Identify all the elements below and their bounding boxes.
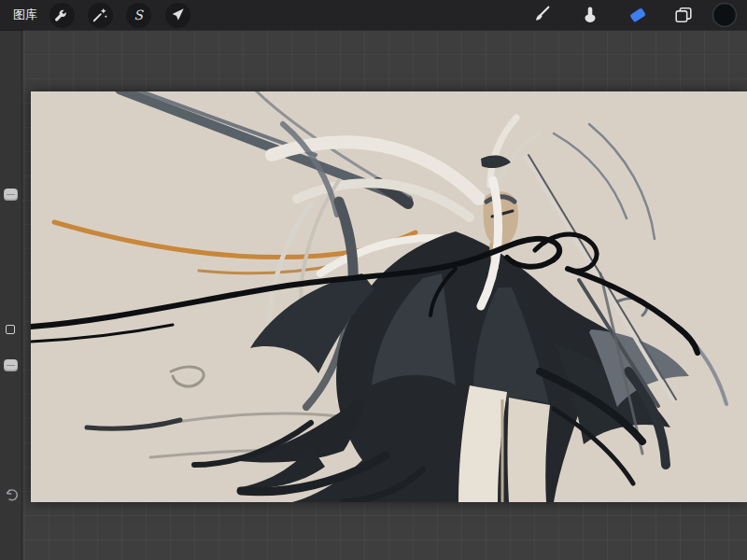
sidebar [0,30,22,560]
undo-button[interactable] [2,485,21,504]
svg-text:S: S [134,7,144,22]
brush-size-slider[interactable] [4,189,18,201]
eraser-icon [627,4,649,26]
wrench-icon [52,6,71,24]
drawing-canvas[interactable] [31,91,747,502]
gallery-button[interactable]: 图库 [13,0,37,30]
selection-button[interactable]: S [123,0,153,30]
adjustments-button[interactable] [85,0,115,30]
procreate-app: 图库 S [0,0,747,560]
smudge-button[interactable] [575,0,605,30]
layers-button[interactable] [669,0,698,30]
selection-s-icon: S [129,6,148,24]
transform-arrow-icon [168,6,187,24]
artwork-ink-painting [31,91,747,502]
current-color-swatch [712,2,738,28]
paint-button[interactable] [527,0,557,30]
topbar: 图库 S [0,0,747,30]
paint-brush-icon [531,5,552,25]
actions-button[interactable] [47,0,77,30]
erase-button[interactable] [623,0,653,30]
layers-icon [673,5,694,25]
modify-button[interactable] [6,325,15,334]
undo-arrow-icon [4,487,20,503]
opacity-slider[interactable] [4,359,18,371]
magic-wand-icon [91,6,109,24]
transform-button[interactable] [162,0,192,30]
color-button[interactable] [710,0,740,30]
smudge-finger-icon [580,5,600,25]
